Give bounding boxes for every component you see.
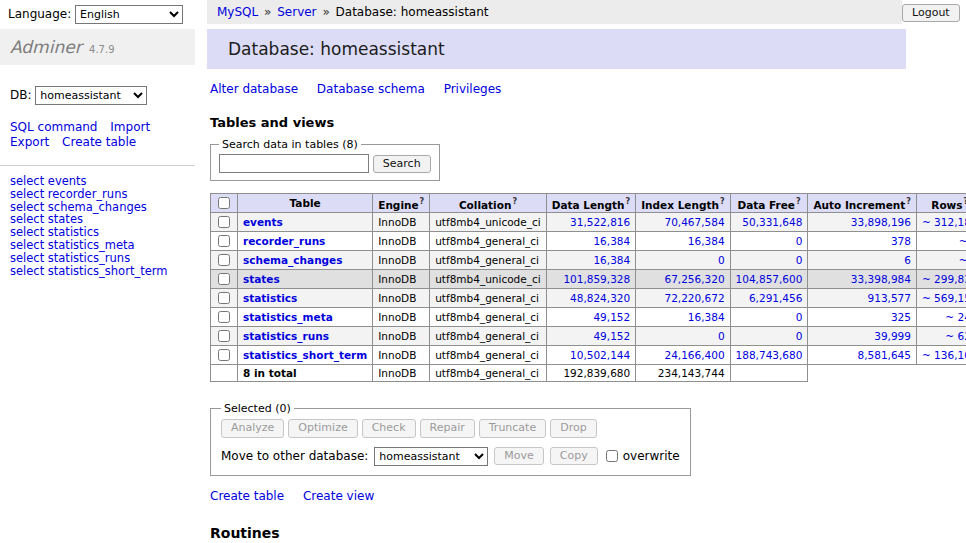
engine-cell: InnoDB	[373, 232, 430, 251]
analyze-button[interactable]: Analyze	[221, 419, 284, 437]
rows-cell: ~ 312,180	[916, 213, 966, 232]
export-link[interactable]: Export	[10, 135, 49, 149]
database-schema-link[interactable]: Database schema	[317, 82, 425, 96]
data-free-link[interactable]: 104,857,600	[736, 273, 803, 285]
index-length-link[interactable]: 72,220,672	[664, 292, 724, 304]
help-icon[interactable]: ?	[512, 197, 517, 206]
drop-button[interactable]: Drop	[550, 419, 596, 437]
create-table-link[interactable]: Create table	[210, 489, 284, 503]
data-free-link[interactable]: 6,291,456	[749, 292, 802, 304]
search-button[interactable]: Search	[373, 155, 431, 173]
row-checkbox[interactable]	[218, 311, 230, 323]
row-checkbox[interactable]	[218, 349, 230, 361]
rows-link[interactable]: ~ 136,108	[922, 349, 966, 361]
table-name-link[interactable]: recorder_runs	[243, 235, 325, 247]
help-icon[interactable]: ?	[720, 197, 725, 206]
row-checkbox[interactable]	[218, 254, 230, 266]
table-name-link[interactable]: events	[243, 216, 283, 228]
auto-increment-link[interactable]: 33,898,196	[851, 216, 911, 228]
table-name-link[interactable]: statistics	[243, 292, 297, 304]
breadcrumb-link-server[interactable]: Server	[277, 5, 316, 19]
logout-button[interactable]: Logout	[902, 4, 960, 22]
data-length-link[interactable]: 101,859,328	[563, 273, 630, 285]
row-checkbox[interactable]	[218, 216, 230, 228]
create-table-sidebar-link[interactable]: Create table	[62, 135, 136, 149]
create-view-link[interactable]: Create view	[303, 489, 374, 503]
index-length-link[interactable]: 0	[718, 254, 725, 266]
data-length-link[interactable]: 49,152	[593, 330, 630, 342]
data-length-cell: 49,152	[546, 327, 636, 346]
data-length-link[interactable]: 31,522,816	[570, 216, 630, 228]
db-select[interactable]: homeassistant	[35, 86, 147, 105]
privileges-link[interactable]: Privileges	[444, 82, 502, 96]
index-length-link[interactable]: 24,166,400	[664, 349, 724, 361]
data-length-link[interactable]: 48,824,320	[570, 292, 630, 304]
app-version: 4.7.9	[89, 44, 114, 55]
app-name[interactable]: Adminer	[10, 37, 82, 57]
rows-link[interactable]: ~ 628	[945, 330, 966, 342]
data-free-link[interactable]: 0	[796, 330, 803, 342]
rows-link[interactable]: ~ 5	[959, 235, 966, 247]
breadcrumb-link-mysql[interactable]: MySQL	[217, 5, 258, 19]
table-name-link[interactable]: statistics_meta	[243, 311, 333, 323]
auto-increment-link[interactable]: 39,999	[874, 330, 911, 342]
rows-link[interactable]: ~ 244	[945, 311, 966, 323]
sidebar-table-link[interactable]: select statistics_runs	[10, 252, 185, 265]
data-free-link[interactable]: 50,331,648	[742, 216, 802, 228]
table-name-link[interactable]: states	[243, 273, 280, 285]
data-free-link[interactable]: 0	[796, 235, 803, 247]
help-icon[interactable]: ?	[906, 197, 911, 206]
check-button[interactable]: Check	[362, 419, 416, 437]
repair-button[interactable]: Repair	[420, 419, 475, 437]
data-free-link[interactable]: 0	[796, 311, 803, 323]
data-length-link[interactable]: 49,152	[593, 311, 630, 323]
move-db-select[interactable]: homeassistant	[374, 447, 488, 466]
help-icon[interactable]: ?	[420, 197, 425, 206]
table-name-link[interactable]: schema_changes	[243, 254, 343, 266]
rows-link[interactable]: ~ 312,180	[922, 216, 966, 228]
index-length-link[interactable]: 67,256,320	[664, 273, 724, 285]
move-button[interactable]: Move	[494, 447, 544, 465]
auto-increment-link[interactable]: 6	[904, 254, 911, 266]
truncate-button[interactable]: Truncate	[479, 419, 546, 437]
index-length-link[interactable]: 16,384	[688, 235, 725, 247]
help-icon[interactable]: ?	[796, 197, 801, 206]
select-all-checkbox[interactable]	[218, 197, 230, 209]
import-link[interactable]: Import	[110, 120, 150, 134]
row-checkbox[interactable]	[218, 235, 230, 247]
overwrite-checkbox[interactable]	[606, 450, 618, 462]
auto-increment-link[interactable]: 33,398,984	[851, 273, 911, 285]
auto-increment-link[interactable]: 378	[891, 235, 911, 247]
search-input[interactable]	[219, 154, 369, 173]
language-select[interactable]: English	[75, 5, 183, 24]
rows-link[interactable]: ~ 569,159	[922, 292, 966, 304]
data-free-link[interactable]: 188,743,680	[736, 349, 803, 361]
sidebar-table-link[interactable]: select recorder_runs	[10, 188, 185, 201]
auto-increment-link[interactable]: 913,577	[868, 292, 911, 304]
copy-button[interactable]: Copy	[550, 447, 598, 465]
table-name-link[interactable]: statistics_runs	[243, 330, 329, 342]
table-name-link[interactable]: statistics_short_term	[243, 349, 367, 361]
row-checkbox[interactable]	[218, 273, 230, 285]
index-length-link[interactable]: 70,467,584	[664, 216, 724, 228]
help-icon[interactable]: ?	[626, 197, 631, 206]
row-checkbox[interactable]	[218, 330, 230, 342]
sidebar-table-link[interactable]: select statistics_meta	[10, 239, 185, 252]
collation-cell: utf8mb4_unicode_ci	[430, 270, 546, 289]
alter-database-link[interactable]: Alter database	[210, 82, 298, 96]
data-length-link[interactable]: 10,502,144	[570, 349, 630, 361]
sql-command-link[interactable]: SQL command	[10, 120, 97, 134]
auto-increment-link[interactable]: 8,581,645	[858, 349, 911, 361]
sidebar-table-link[interactable]: select statistics_short_term	[10, 265, 185, 278]
rows-link[interactable]: ~ 299,833	[922, 273, 966, 285]
index-length-link[interactable]: 16,384	[688, 311, 725, 323]
data-free-link[interactable]: 0	[796, 254, 803, 266]
data-length-link[interactable]: 16,384	[593, 254, 630, 266]
auto-increment-link[interactable]: 325	[891, 311, 911, 323]
index-length-link[interactable]: 0	[718, 330, 725, 342]
data-length-link[interactable]: 16,384	[593, 235, 630, 247]
row-checkbox[interactable]	[218, 292, 230, 304]
sidebar-table-link[interactable]: select events	[10, 175, 185, 188]
optimize-button[interactable]: Optimize	[288, 419, 357, 437]
rows-link[interactable]: ~ 3	[959, 254, 966, 266]
